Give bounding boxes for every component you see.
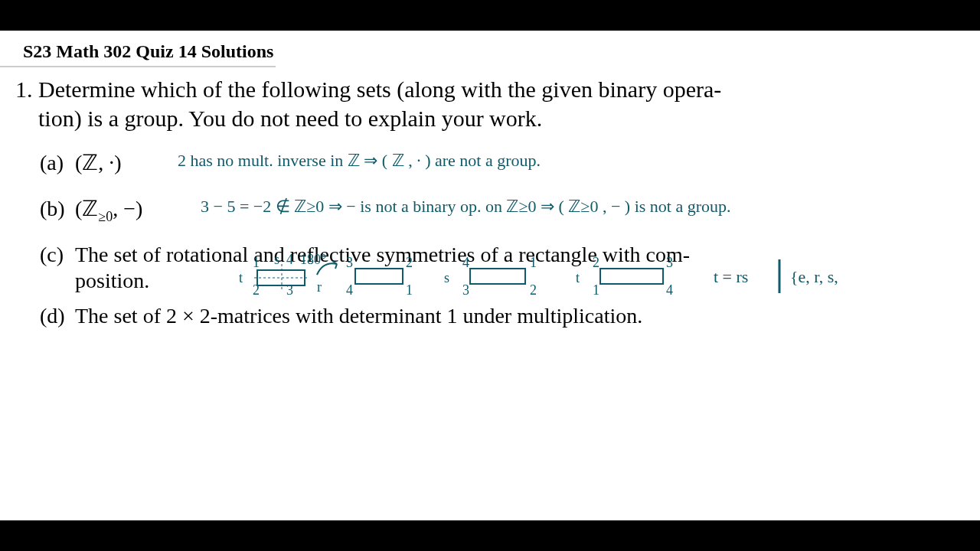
document-title: S23 Math 302 Quiz 14 Solutions (23, 41, 273, 62)
corner-3-1: 1 (530, 255, 537, 270)
item-b-handwriting: 3 − 5 = −2 ∉ ℤ≥0 ⇒ − is not a binary op.… (201, 197, 731, 217)
title-underline (0, 66, 276, 67)
item-d-printed: The set of 2 × 2-matrices with determina… (75, 304, 642, 328)
svg-rect-4 (470, 269, 525, 284)
question-stem: 1.Determine which of the following sets … (15, 75, 934, 133)
diagram-t-label-2: t (576, 270, 580, 285)
corner-2-1: 1 (406, 282, 413, 298)
corner-4-4: 4 (666, 282, 673, 298)
item-b-printed-prefix: (ℤ (75, 197, 98, 220)
item-c: (c)The set of rotational and reflective … (40, 241, 951, 302)
diagram-r-label: r (317, 279, 322, 295)
corner-2-2: 2 (406, 255, 413, 270)
svg-rect-3 (355, 269, 403, 284)
diagram-divider (776, 259, 782, 293)
stem-line-2: tion) is a group. You do not need to exp… (38, 106, 542, 131)
corner-4-2: 2 (593, 255, 599, 270)
svg-rect-5 (600, 269, 663, 284)
corner-3-4: 4 (462, 255, 469, 270)
diagram-rect-2 (351, 264, 412, 292)
item-a: (a)(ℤ, ·) 2 has no mult. inverse in ℤ ⇒ … (40, 149, 951, 195)
diagram-rect-3 (466, 264, 534, 292)
diagram-s-label-1: s (274, 252, 279, 267)
diagram-t-label-1: t (239, 270, 243, 285)
corner-1-1: 1 (253, 255, 260, 270)
item-b-printed-suffix: , −) (113, 197, 142, 220)
item-b-label: (b) (40, 195, 75, 223)
document-page: S23 Math 302 Quiz 14 Solutions 1.Determi… (0, 31, 980, 520)
item-c-label: (c) (40, 241, 75, 269)
question-number: 1. (15, 75, 38, 104)
corner-1-3: 3 (286, 282, 293, 298)
item-b-printed-sub: ≥0 (98, 209, 113, 224)
corner-1-2: 2 (253, 282, 260, 298)
item-a-printed: (ℤ, ·) (75, 151, 122, 174)
diagram-rect-4 (596, 264, 672, 292)
item-a-handwriting: 2 has no mult. inverse in ℤ ⇒ ( ℤ , · ) … (178, 151, 541, 171)
diagram-arrow-1 (314, 258, 345, 279)
corner-2-4: 4 (346, 282, 353, 298)
video-letterbox-bottom (0, 520, 980, 551)
diagram-rect-1 (253, 262, 314, 295)
diagram-s-label-2: s (444, 270, 449, 285)
item-b: (b)(ℤ≥0, −) 3 − 5 = −2 ∉ ℤ≥0 ⇒ − is not … (40, 195, 951, 241)
corner-3-2: 2 (530, 282, 537, 298)
corner-1-4: 4 (286, 252, 293, 267)
video-letterbox-top (0, 0, 980, 31)
item-d: (d)The set of 2 × 2-matrices with determ… (40, 302, 951, 341)
corner-4-3: 3 (666, 255, 673, 270)
corner-4-1: 1 (593, 282, 599, 298)
corner-2-3: 3 (346, 255, 353, 270)
corner-3-3: 3 (462, 282, 469, 298)
item-c-printed-line2: position. (75, 267, 149, 295)
item-d-label: (d) (40, 302, 75, 330)
item-list: (a)(ℤ, ·) 2 has no mult. inverse in ℤ ⇒ … (40, 149, 951, 341)
item-a-label: (a) (40, 149, 75, 177)
diagram-result: t = rs (714, 267, 748, 287)
diagram-set: {e, r, s, (790, 267, 838, 287)
stem-line-1: Determine which of the following sets (a… (38, 77, 721, 102)
